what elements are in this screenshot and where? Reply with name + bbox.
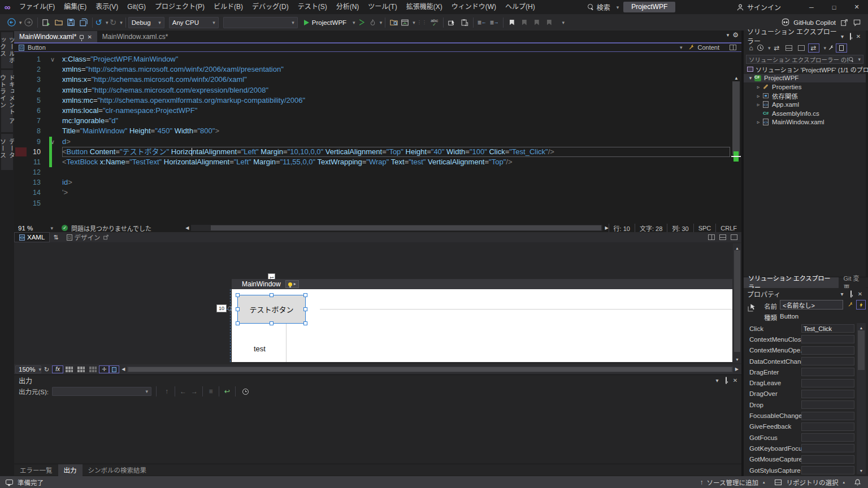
selection-handle-bm[interactable] (270, 321, 274, 325)
properties-wrench-icon[interactable] (827, 45, 835, 51)
panel-tab[interactable]: ソリューション エクスプローラー (744, 277, 839, 288)
pin-icon[interactable] (847, 291, 856, 297)
save-all-button[interactable] (78, 16, 89, 29)
menu-item[interactable]: 分析(N) (332, 0, 364, 14)
maximize-button[interactable]: □ (823, 0, 845, 14)
property-value-input[interactable] (801, 368, 854, 376)
selection-handle-tm[interactable] (270, 293, 274, 297)
navigate-forward-button[interactable] (23, 16, 34, 29)
show-grid-icon[interactable] (66, 367, 73, 372)
preview-window-titlebar[interactable]: MainWindow ▸ (232, 279, 732, 289)
next-bookmark-button[interactable] (531, 16, 542, 29)
hscroll-thumb[interactable] (211, 225, 601, 230)
snap-grid-icon[interactable] (77, 367, 85, 372)
tool-rail-tab[interactable]: ツールボックス (1, 32, 13, 68)
copilot-chat-button[interactable] (851, 16, 862, 29)
tree-item-properties[interactable]: ▹Properties (744, 82, 866, 91)
output-source-combo[interactable]: ▾ (52, 387, 151, 396)
toggle-bookmark-button[interactable] (506, 16, 518, 29)
sign-in-button[interactable]: サインイン (736, 2, 781, 12)
code-line[interactable]: 14'> (14, 188, 742, 198)
code-line[interactable]: 3xmlns:x="http://schemas.microsoft.com/w… (14, 75, 742, 85)
menu-item[interactable]: ビルド(B) (209, 0, 248, 14)
element-selector-icon[interactable] (747, 303, 757, 313)
bottom-panel-tab[interactable]: 出力 (58, 464, 83, 476)
paste-element-button[interactable] (459, 16, 470, 29)
scroll-left-icon[interactable]: ◀ (185, 226, 189, 230)
start-debugging-button[interactable]: ProjectWPF ▾ (304, 16, 355, 29)
collapse-all-icon[interactable] (785, 45, 792, 51)
copilot-share-button[interactable] (839, 16, 850, 29)
scroll-right-icon[interactable]: ▶ (735, 367, 739, 372)
tool-rail-tab[interactable]: ドキュメント アウトライン (1, 70, 13, 132)
line-ending-indicator[interactable]: CRLF (715, 224, 742, 232)
menu-item[interactable]: 表示(V) (91, 0, 123, 14)
search-control[interactable]: 検索 ▾ (583, 2, 624, 12)
chevron-down-icon[interactable]: ▾ (713, 377, 722, 384)
tree-item-mainwindowxaml[interactable]: ▹<>MainWindow.xaml (744, 118, 866, 127)
code-line[interactable]: 11<TextBlock x:Name="TestText" Horizonta… (14, 157, 742, 167)
preview-window-canvas[interactable]: test (232, 289, 732, 362)
code-line[interactable]: 1∨x:Class="ProjectWPF.MainWindow" (14, 54, 742, 64)
scrollbar-thumb[interactable] (858, 330, 865, 370)
snap-to-snaplines-icon[interactable] (109, 365, 119, 373)
close-icon[interactable]: ✕ (856, 291, 865, 297)
code-line[interactable]: 7mc:Ignorable="d" (14, 116, 742, 126)
preview-selected-icon[interactable] (798, 45, 805, 51)
vertical-split-icon[interactable] (708, 234, 715, 240)
previous-bookmark-button[interactable] (519, 16, 530, 29)
clear-bookmarks-button[interactable] (544, 16, 555, 29)
redo-button[interactable]: ↻▾ (110, 16, 123, 29)
increase-indent-button[interactable]: ≡→ (489, 16, 500, 29)
tree-item-[interactable]: ▹依存関係 (744, 91, 866, 101)
code-line[interactable]: 10<Button Content="テストボタン" HorizontalAli… (14, 147, 742, 157)
property-value-input[interactable]: Test_Click (801, 324, 854, 333)
property-value-input[interactable] (801, 444, 854, 452)
chevron-down-icon[interactable]: ▾ (680, 45, 683, 50)
selection-handle-br[interactable] (303, 321, 307, 325)
spell-check-button[interactable]: abc ✓ (429, 16, 440, 29)
solution-platform-combo[interactable]: Any CPU▾ (169, 17, 219, 28)
property-value-input[interactable] (801, 422, 854, 431)
fold-marker-icon[interactable]: ∨ (43, 54, 62, 64)
menu-item[interactable]: Git(G) (123, 0, 150, 14)
bottom-panel-tab[interactable]: エラー一覧 (14, 464, 58, 476)
tree-expander-icon[interactable]: ▾ (747, 75, 754, 81)
scrollbar-thumb[interactable] (732, 81, 740, 155)
sync-with-active-document-icon[interactable]: ⇄ (808, 43, 819, 53)
scroll-down-icon[interactable]: ▼ (733, 356, 741, 362)
pin-icon[interactable] (847, 33, 854, 40)
designer-horizontal-scrollbar[interactable] (127, 367, 732, 372)
code-line[interactable]: 13id> (14, 177, 742, 188)
menu-item[interactable]: 編集(E) (59, 0, 91, 14)
swap-panes-icon[interactable]: ⇅ (53, 234, 58, 241)
chevron-down-icon[interactable]: ▾ (824, 45, 827, 51)
toolbar-overflow-button[interactable]: ▾ (556, 16, 567, 29)
select-repository-button[interactable]: リポジトリの選択 (786, 478, 838, 487)
effects-toggle-icon[interactable]: fx (52, 365, 63, 373)
panel-tab[interactable]: Git 変更 (839, 277, 868, 288)
property-value-input[interactable] (801, 412, 854, 420)
switch-views-icon[interactable]: ⌂ (746, 45, 756, 51)
open-file-button[interactable] (53, 16, 64, 29)
horizontal-scrollbar[interactable] (191, 225, 602, 231)
bottom-panel-tab[interactable]: シンボルの検索結果 (83, 464, 153, 476)
property-value-input[interactable] (801, 433, 854, 442)
clear-all-icon[interactable]: ≡ (205, 388, 216, 395)
chevron-down-icon[interactable]: ▾ (768, 45, 771, 51)
tab-xaml-view[interactable]: <> XAML (14, 232, 50, 242)
close-icon[interactable]: ✕ (854, 33, 862, 40)
add-to-source-control-button[interactable]: ソース管理に追加 (707, 478, 758, 487)
space-mode-indicator[interactable]: SPC (693, 224, 716, 232)
navigate-back-button[interactable]: ▾ (7, 16, 22, 29)
menu-item[interactable]: ファイル(F) (15, 0, 59, 14)
property-value-input[interactable] (801, 455, 854, 464)
hot-reload-button[interactable]: ▾ (369, 16, 383, 29)
notifications-bell-icon[interactable] (854, 478, 861, 486)
code-line[interactable]: 5xmlns:mc="http://schemas.openxmlformats… (14, 95, 742, 106)
code-line[interactable]: 2xmlns="http://schemas.microsoft.com/win… (14, 64, 742, 75)
timestamp-toggle-icon[interactable] (242, 389, 249, 395)
designer-button-テストボタン[interactable]: テストボタン (237, 295, 306, 324)
decrease-indent-button[interactable]: ≡← (476, 16, 488, 29)
property-value-input[interactable] (801, 466, 854, 474)
